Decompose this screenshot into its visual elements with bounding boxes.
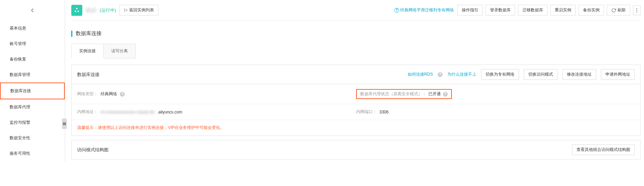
back-arrow[interactable]	[0, 0, 65, 21]
intranet-port-label: 内网端口：	[356, 109, 377, 115]
tabs: 实例连接 读写分离	[71, 44, 641, 58]
proxy-status-label: 数据库代理状态（原高安全模式）：	[360, 91, 426, 97]
intranet-addr-suffix: .aliyuncs.com	[157, 110, 183, 114]
intranet-port-col: 内网端口： 3306	[356, 109, 635, 115]
refresh-icon	[611, 8, 616, 13]
nav-item-basic-info[interactable]: 基本信息	[0, 21, 65, 36]
back-to-list-button[interactable]: 返回实例列表	[120, 5, 158, 15]
nav-item-service-avail[interactable]: 服务可用性	[0, 146, 65, 161]
login-db-button[interactable]: 登录数据库	[486, 5, 515, 15]
svg-point-7	[636, 8, 637, 9]
svg-point-3	[76, 8, 77, 9]
header-actions: 操作指引 登录数据库 迁移数据库 重启实例 备份实例 刷新	[457, 5, 641, 15]
db-cluster-icon	[74, 7, 80, 13]
more-icon	[636, 8, 637, 13]
section-title: 数据库连接	[71, 30, 641, 37]
sidebar-collapse-handle[interactable]	[62, 119, 67, 129]
svg-point-9	[636, 11, 637, 12]
refresh-label: 刷新	[617, 7, 626, 13]
how-connect-link[interactable]: 如何连接RDS	[408, 72, 433, 77]
help-icon[interactable]: ?	[443, 92, 448, 97]
migrate-db-button[interactable]: 迁移数据库	[518, 5, 548, 15]
intranet-addr-blur: rm-xxxxxxxxxxxxxx.mysql.rds	[101, 110, 155, 114]
help-icon[interactable]: ?	[438, 72, 443, 77]
migrate-network-link[interactable]: ? 经典网络平滑迁移到专有网络	[394, 7, 454, 13]
instance-status: (运行中)	[100, 7, 116, 13]
view-other-structure-button[interactable]: 查看其他组合访问模式结构图	[572, 144, 635, 155]
logout-icon	[124, 8, 128, 12]
intranet-addr-col: 内网地址： rm-xxxxxxxxxxxxxx.mysql.rds .aliyu…	[77, 109, 356, 115]
network-type-col: 网络类型： 经典网络 ?	[77, 89, 356, 99]
connection-panel-header: 数据库连接 如何连接RDS ? 为什么连接不上 切换为专有网络 切换访问模式 修…	[72, 65, 640, 84]
network-type-value: 经典网络	[101, 91, 117, 97]
intranet-addr-row: 内网地址： rm-xxxxxxxxxxxxxx.mysql.rds .aliyu…	[72, 104, 640, 120]
network-type-row: 网络类型： 经典网络 ? 数据库代理状态（原高安全模式）： 已开通 ?	[72, 84, 640, 104]
guide-button[interactable]: 操作指引	[457, 5, 483, 15]
instance-name: iZy2	[86, 7, 96, 13]
nav-item-monitor-alarm[interactable]: 监控与报警	[0, 115, 65, 130]
access-mode-panel: 访问模式结构图 查看其他组合访问模式结构图	[71, 140, 641, 160]
intranet-port-value: 3306	[380, 110, 389, 114]
refresh-button[interactable]: 刷新	[607, 5, 630, 15]
access-mode-header: 访问模式结构图 查看其他组合访问模式结构图	[72, 140, 640, 159]
tab-instance-connection[interactable]: 实例连接	[71, 44, 104, 58]
collapse-icon	[63, 122, 66, 125]
svg-point-4	[75, 10, 76, 12]
section-title-bar	[71, 31, 72, 37]
modify-addr-button[interactable]: 修改连接地址	[562, 69, 596, 80]
nav-item-db-mgmt[interactable]: 数据库管理	[0, 67, 65, 83]
main-content: iZy2 (运行中) 返回实例列表 ? 经典网络平滑迁移到专有网络 操作指引 登…	[65, 0, 644, 161]
back-button-label: 返回实例列表	[129, 7, 154, 13]
backup-button[interactable]: 备份实例	[579, 5, 604, 15]
tab-read-write-split[interactable]: 读写分离	[104, 44, 136, 58]
svg-rect-0	[63, 122, 64, 125]
svg-point-8	[636, 10, 637, 10]
nav-item-db-proxy[interactable]: 数据库代理	[0, 99, 65, 115]
section-title-text: 数据库连接	[76, 30, 102, 37]
nav-item-account-mgmt[interactable]: 账号管理	[0, 36, 65, 52]
restart-button[interactable]: 重启实例	[550, 5, 576, 15]
access-mode-title: 访问模式结构图	[77, 147, 572, 153]
svg-point-5	[77, 10, 79, 12]
svg-rect-2	[65, 122, 66, 125]
proxy-status-highlight: 数据库代理状态（原高安全模式）： 已开通 ?	[356, 89, 452, 99]
network-type-label: 网络类型：	[77, 91, 98, 97]
help-icon[interactable]: ?	[120, 92, 125, 97]
more-button[interactable]	[633, 6, 641, 15]
chevron-left-icon	[29, 7, 36, 14]
proxy-status-value: 已开通	[428, 91, 441, 97]
apply-extnet-button[interactable]: 申请外网地址	[601, 69, 635, 80]
instance-icon	[71, 5, 82, 16]
migrate-link-label: 经典网络平滑迁移到专有网络	[400, 7, 454, 13]
nav-item-data-security[interactable]: 数据安全性	[0, 130, 65, 146]
nav-item-backup-restore[interactable]: 备份恢复	[0, 52, 65, 67]
why-fail-link[interactable]: 为什么连接不上	[447, 72, 476, 77]
intranet-addr-label: 内网地址：	[77, 109, 98, 115]
switch-mode-button[interactable]: 切换访问模式	[524, 69, 558, 80]
nav-item-db-connection[interactable]: 数据库连接	[0, 83, 65, 99]
connection-panel-links: 如何连接RDS ? 为什么连接不上 切换为专有网络 切换访问模式 修改连接地址 …	[408, 69, 635, 80]
warning-row: 温馨提示：请使用以上访问连接串进行实例连接，VIP在业务维护中可能会变化。	[72, 120, 640, 135]
connection-panel-title: 数据库连接	[77, 72, 404, 78]
question-icon: ?	[394, 8, 399, 13]
sidebar: 基本信息 账号管理 备份恢复 数据库管理 数据库连接 数据库代理 监控与报警 数…	[0, 0, 65, 161]
nav-list: 基本信息 账号管理 备份恢复 数据库管理 数据库连接 数据库代理 监控与报警 数…	[0, 21, 65, 161]
header: iZy2 (运行中) 返回实例列表 ? 经典网络平滑迁移到专有网络 操作指引 登…	[71, 0, 641, 21]
svg-rect-1	[64, 122, 65, 125]
connection-panel: 数据库连接 如何连接RDS ? 为什么连接不上 切换为专有网络 切换访问模式 修…	[71, 65, 641, 136]
switch-vpc-button[interactable]: 切换为专有网络	[481, 69, 519, 80]
proxy-status-col: 数据库代理状态（原高安全模式）： 已开通 ?	[356, 89, 635, 99]
